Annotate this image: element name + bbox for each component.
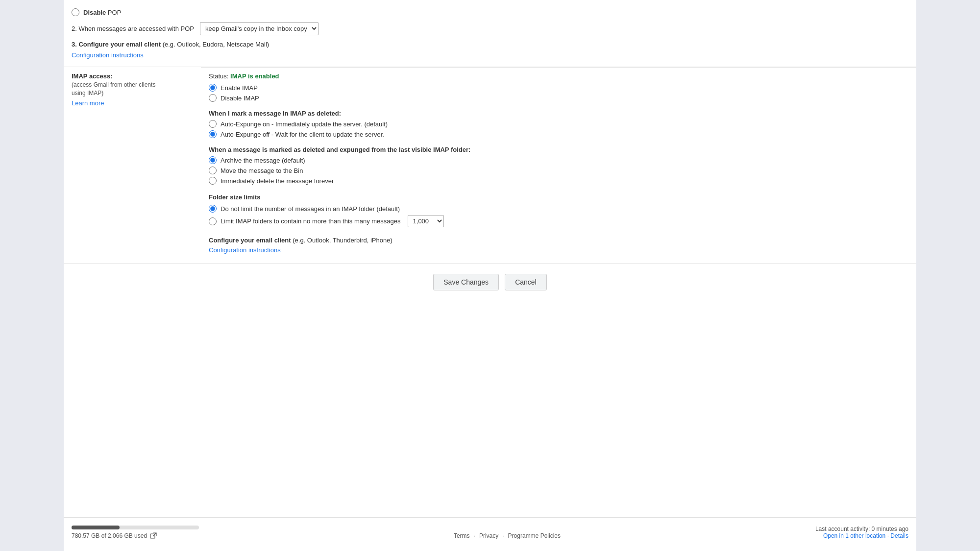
privacy-link[interactable]: Privacy xyxy=(479,532,498,539)
imap-label-col: IMAP access: (access Gmail from other cl… xyxy=(64,68,201,259)
auto-expunge-off-radio[interactable] xyxy=(209,130,217,138)
privacy-text: Privacy xyxy=(479,532,498,539)
storage-text: 780.57 GB of 2,066 GB used xyxy=(72,532,199,539)
page-wrapper: Disable POP 2. When messages are accesse… xyxy=(0,0,980,551)
imap-configure-row: Configure your email client (e.g. Outloo… xyxy=(209,236,908,244)
pop-step2-row: 2. When messages are accessed with POP k… xyxy=(72,22,908,35)
imap-status-label: Status: xyxy=(209,72,228,80)
folder-size-title: Folder size limits xyxy=(209,193,908,201)
imap-config-link-row: Configuration instructions xyxy=(209,246,908,254)
cancel-button[interactable]: Cancel xyxy=(505,274,547,290)
buttons-row: Save Changes Cancel xyxy=(64,264,916,302)
svg-rect-0 xyxy=(150,534,155,538)
delete-forever-row: Immediately delete the message forever xyxy=(209,177,908,185)
pop-config-link-row: Configuration instructions xyxy=(72,51,908,59)
imap-title: IMAP access: xyxy=(72,72,193,80)
footer: 780.57 GB of 2,066 GB used Terms · Priva… xyxy=(64,517,916,551)
disable-imap-radio[interactable] xyxy=(209,94,217,102)
policies-link[interactable]: Programme Policies xyxy=(508,532,561,539)
auto-expunge-on-radio[interactable] xyxy=(209,120,217,128)
imap-sub1: (access Gmail from other clients xyxy=(72,81,193,88)
limit-radio[interactable] xyxy=(209,217,217,225)
pop-step3-sub: (e.g. Outlook, Eudora, Netscape Mail) xyxy=(163,41,270,48)
deleted-section-title: When I mark a message in IMAP as deleted… xyxy=(209,110,908,117)
dot1: · xyxy=(474,532,475,539)
details-link[interactable]: Details xyxy=(890,532,908,539)
imap-learn-more-link[interactable]: Learn more xyxy=(72,99,104,107)
no-limit-label: Do not limit the number of messages in a… xyxy=(220,205,400,213)
main-content: Disable POP 2. When messages are accesse… xyxy=(64,0,916,517)
footer-center-links: Terms · Privacy · Programme Policies xyxy=(454,532,561,539)
pop-section: Disable POP 2. When messages are accesse… xyxy=(64,0,916,67)
imap-content-col: Status: IMAP is enabled Enable IMAP Disa… xyxy=(201,68,916,259)
open-other-link[interactable]: Open in 1 other location xyxy=(823,532,885,539)
footer-right-section: Last account activity: 0 minutes ago Ope… xyxy=(815,526,908,539)
enable-imap-row: Enable IMAP xyxy=(209,84,908,92)
auto-expunge-on-row: Auto-Expunge on - Immediately update the… xyxy=(209,120,908,128)
limit-select[interactable]: 1,000 2,000 5,000 10,000 xyxy=(408,215,444,227)
move-bin-row: Move the message to the Bin xyxy=(209,167,908,174)
imap-sub2: using IMAP) xyxy=(72,90,193,96)
pop-step3-row: 3. Configure your email client (e.g. Out… xyxy=(72,40,908,48)
archive-radio[interactable] xyxy=(209,156,217,164)
storage-bar-fill xyxy=(72,526,120,529)
enable-imap-label: Enable IMAP xyxy=(220,84,258,92)
disable-imap-label: Disable IMAP xyxy=(220,95,259,102)
imap-settings-table: IMAP access: (access Gmail from other cl… xyxy=(64,67,916,259)
imap-status-row: Status: IMAP is enabled xyxy=(209,72,908,80)
delete-forever-label: Immediately delete the message forever xyxy=(220,177,334,185)
expunged-section-title: When a message is marked as deleted and … xyxy=(209,146,908,153)
footer-bottom-row: 780.57 GB of 2,066 GB used Terms · Priva… xyxy=(72,526,908,539)
save-button[interactable]: Save Changes xyxy=(433,274,499,290)
terms-link[interactable]: Terms xyxy=(454,532,470,539)
no-limit-row: Do not limit the number of messages in a… xyxy=(209,205,908,213)
disable-imap-row: Disable IMAP xyxy=(209,94,908,102)
move-bin-radio[interactable] xyxy=(209,167,217,174)
disable-pop-row: Disable POP xyxy=(72,8,908,16)
auto-expunge-on-label: Auto-Expunge on - Immediately update the… xyxy=(220,120,388,128)
imap-configure-title: Configure your email client (e.g. Outloo… xyxy=(209,237,392,244)
imap-row: IMAP access: (access Gmail from other cl… xyxy=(64,68,916,259)
imap-configure-sub: (e.g. Outlook, Thunderbird, iPhone) xyxy=(293,237,392,244)
disable-pop-radio[interactable] xyxy=(72,8,79,16)
pop-step2-label: 2. When messages are accessed with POP xyxy=(72,25,194,32)
move-bin-label: Move the message to the Bin xyxy=(220,167,303,174)
no-limit-radio[interactable] xyxy=(209,205,217,213)
limit-label: Limit IMAP folders to contain no more th… xyxy=(220,217,401,225)
imap-status-value: IMAP is enabled xyxy=(230,72,279,80)
pop-step3-bold: 3. Configure your email client xyxy=(72,41,161,48)
storage-used-text: 780.57 GB of 2,066 GB used xyxy=(72,532,147,539)
pop-step3-label: 3. Configure your email client (e.g. Out… xyxy=(72,41,269,48)
auto-expunge-off-label: Auto-Expunge off - Wait for the client t… xyxy=(220,131,384,138)
terms-text: Terms xyxy=(454,532,470,539)
open-other-row: Open in 1 other location · Details xyxy=(815,532,908,539)
enable-imap-radio[interactable] xyxy=(209,84,217,92)
imap-config-link[interactable]: Configuration instructions xyxy=(209,246,281,254)
archive-label: Archive the message (default) xyxy=(220,157,305,164)
storage-bar-container xyxy=(72,526,199,529)
auto-expunge-off-row: Auto-Expunge off - Wait for the client t… xyxy=(209,130,908,138)
imap-configure-bold: Configure your email client xyxy=(209,237,291,244)
archive-row: Archive the message (default) xyxy=(209,156,908,164)
policies-text: Programme Policies xyxy=(508,532,561,539)
delete-forever-radio[interactable] xyxy=(209,177,217,185)
pop-config-link[interactable]: Configuration instructions xyxy=(72,51,144,59)
last-activity-text: Last account activity: 0 minutes ago xyxy=(815,526,908,532)
disable-pop-label: Disable POP xyxy=(83,9,121,16)
pop-step2-select[interactable]: keep Gmail's copy in the Inbox copy arch… xyxy=(200,22,318,35)
limit-row: Limit IMAP folders to contain no more th… xyxy=(209,215,908,227)
storage-section: 780.57 GB of 2,066 GB used xyxy=(72,526,199,539)
dot2: · xyxy=(502,532,504,539)
external-link-icon[interactable] xyxy=(150,532,157,539)
